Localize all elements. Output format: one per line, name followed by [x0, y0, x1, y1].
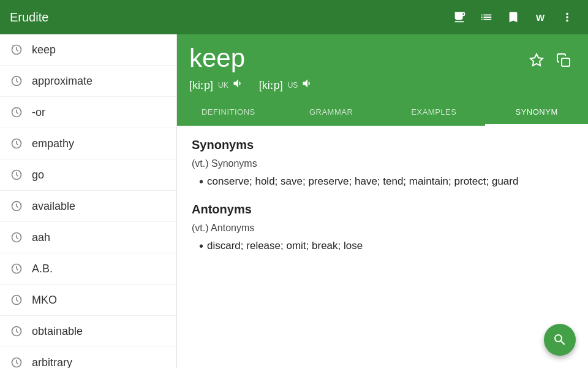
sidebar-item-aah[interactable]: aah [0, 222, 176, 253]
sidebar-item-mko[interactable]: MKO [0, 285, 176, 316]
sidebar-label-approximate: approximate [32, 75, 92, 88]
antonyms-word-list: • discard; release; omit; break; lose [199, 237, 573, 255]
history-icon-empathy [10, 137, 23, 150]
history-icon-arbitrary [10, 356, 23, 368]
sidebar-item-obtainable[interactable]: obtainable [0, 316, 176, 347]
sidebar-label-empathy: empathy [32, 137, 74, 150]
svg-rect-12 [562, 58, 570, 66]
sidebar: keep approximate -or empathy go [0, 34, 177, 368]
synonym-content: Synonyms (vt.) Synonyms • conserve; hold… [177, 126, 588, 368]
sidebar-label-obtainable: obtainable [32, 325, 83, 338]
tab-examples[interactable]: EXAMPLES [383, 100, 486, 126]
sidebar-item-go[interactable]: go [0, 159, 176, 191]
synonyms-pos-label: (vt.) Synonyms [192, 158, 573, 169]
search-fab[interactable] [544, 324, 576, 356]
bookmark-icon[interactable] [502, 6, 524, 28]
speaker-uk-icon[interactable] [232, 77, 244, 93]
sidebar-item-available[interactable]: available [0, 191, 176, 222]
sidebar-item-approximate[interactable]: approximate [0, 66, 176, 97]
header-actions [524, 48, 576, 72]
synonyms-bullet: • [199, 173, 203, 190]
pronunciation-uk: [kiːp] UK [189, 77, 244, 93]
sidebar-label-arbitrary: arbitrary [32, 356, 72, 369]
list-icon[interactable] [475, 6, 497, 28]
synonyms-title: Synonyms [192, 138, 573, 152]
sidebar-item-ab[interactable]: A.B. [0, 253, 176, 285]
history-icon-go [10, 168, 23, 182]
antonyms-words: discard; release; omit; break; lose [207, 237, 363, 254]
star-button[interactable] [524, 48, 549, 72]
top-bar: Erudite W [0, 0, 588, 34]
sidebar-label-keep: keep [32, 44, 56, 56]
antonyms-bullet: • [199, 237, 203, 255]
speaker-us-icon[interactable] [301, 77, 314, 93]
history-icon-approximate [10, 74, 23, 88]
pron-us-label: US [288, 81, 298, 90]
antonyms-section: Antonyms (vt.) Antonyms • discard; relea… [192, 202, 573, 255]
word-header: keep [kiːp] UK [177, 34, 588, 100]
dictionary-icon[interactable]: W [529, 6, 551, 28]
sidebar-item-arbitrary[interactable]: arbitrary [0, 347, 176, 368]
more-options-icon[interactable] [556, 6, 578, 28]
antonyms-title: Antonyms [192, 202, 573, 217]
history-icon-ab [10, 262, 23, 275]
pronunciations: [kiːp] UK [kiːp] US [189, 77, 576, 93]
word-title: keep [189, 44, 245, 72]
content-panel: keep [kiːp] UK [177, 34, 588, 368]
sidebar-label-go: go [32, 169, 44, 182]
tab-bar: DEFINITIONS GRAMMAR EXAMPLES SYNONYM [177, 100, 588, 126]
sidebar-label-or: -or [32, 106, 45, 119]
pronunciation-us: [kiːp] US [259, 77, 314, 93]
app-title: Erudite [10, 10, 448, 25]
antonyms-pos-label: (vt.) Antonyms [192, 223, 573, 234]
history-icon-or [10, 105, 23, 119]
pron-us-text: [kiːp] [259, 79, 283, 92]
sidebar-label-mko: MKO [32, 294, 57, 307]
pron-uk-text: [kiːp] [189, 79, 213, 92]
sidebar-label-aah: aah [32, 231, 50, 244]
history-icon-aah [10, 231, 23, 244]
copy-button[interactable] [551, 48, 576, 72]
main-layout: keep approximate -or empathy go [0, 34, 588, 368]
flashcard-icon[interactable] [448, 6, 470, 28]
sidebar-item-keep[interactable]: keep [0, 34, 176, 66]
sidebar-label-ab: A.B. [32, 263, 53, 275]
tab-definitions[interactable]: DEFINITIONS [177, 100, 280, 126]
synonyms-word-list: • conserve; hold; save; preserve; have; … [199, 173, 573, 190]
tab-synonym[interactable]: SYNONYM [485, 100, 588, 126]
sidebar-item-or[interactable]: -or [0, 97, 176, 128]
history-icon-mko [10, 293, 23, 307]
svg-marker-11 [530, 54, 543, 66]
synonyms-words: conserve; hold; save; preserve; have; te… [207, 173, 518, 190]
tab-grammar[interactable]: GRAMMAR [280, 100, 383, 126]
sidebar-item-empathy[interactable]: empathy [0, 128, 176, 159]
topbar-icons: W [448, 6, 578, 28]
history-icon-available [10, 199, 23, 213]
pron-uk-label: UK [218, 81, 228, 90]
sidebar-label-available: available [32, 200, 75, 213]
history-icon-obtainable [10, 324, 23, 338]
history-icon-keep [10, 43, 23, 56]
